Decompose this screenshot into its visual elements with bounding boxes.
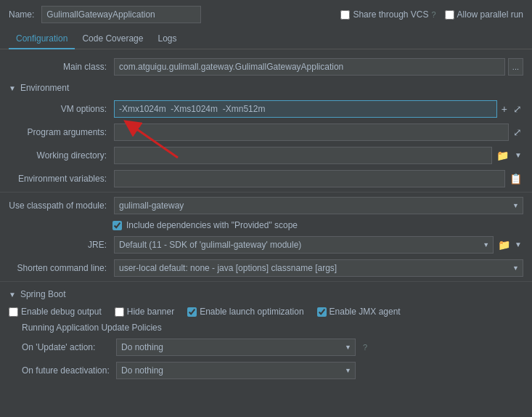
spring-boot-section: ▼ Spring Boot Enable debug output Hide b… bbox=[0, 283, 532, 384]
main-class-input[interactable] bbox=[114, 58, 505, 76]
vm-options-row: VM options: + ⤢ bbox=[0, 97, 532, 121]
environment-collapse-arrow: ▼ bbox=[9, 84, 16, 92]
jre-control: Default (11 - SDK of 'gulimall-gateway' … bbox=[114, 236, 523, 254]
spring-options-row: Enable debug output Hide banner Enable l… bbox=[0, 304, 532, 320]
hide-banner-checkbox[interactable] bbox=[115, 307, 124, 317]
main-class-browse-button[interactable]: ... bbox=[508, 58, 523, 76]
jre-chevron-button[interactable]: ▼ bbox=[513, 240, 523, 250]
classpath-row: Use classpath of module: gulimall-gatewa… bbox=[0, 194, 532, 217]
enable-debug-checkbox[interactable] bbox=[9, 307, 18, 317]
enable-debug-label[interactable]: Enable debug output bbox=[9, 307, 102, 317]
tab-configuration[interactable]: Configuration bbox=[9, 29, 75, 49]
vm-options-control: + ⤢ bbox=[114, 100, 523, 118]
include-deps-label: Include dependencies with "Provided" sco… bbox=[126, 220, 298, 230]
spring-boot-label: Spring Boot bbox=[20, 289, 66, 299]
run-configuration-dialog: Name: Share through VCS ? Allow parallel… bbox=[0, 0, 532, 417]
vm-options-fullscreen-button[interactable]: ⤢ bbox=[512, 104, 523, 114]
program-args-label: Program arguments: bbox=[9, 127, 114, 137]
on-update-label: On 'Update' action: bbox=[22, 342, 109, 352]
program-args-expand-button[interactable]: ⤢ bbox=[512, 127, 523, 137]
tabs-bar: Configuration Code Coverage Logs bbox=[0, 29, 532, 49]
on-frame-select-wrapper: Do nothing Update classes and resources bbox=[116, 362, 356, 379]
allow-parallel-checkbox[interactable] bbox=[445, 10, 454, 20]
shorten-select[interactable]: user-local default: none - java [options… bbox=[114, 259, 523, 277]
policies-heading: Running Application Update Policies bbox=[0, 320, 532, 336]
env-vars-row: Environment variables: 📋 bbox=[0, 167, 532, 190]
name-input[interactable] bbox=[41, 6, 201, 23]
jre-buttons: 📁 ▼ bbox=[496, 240, 523, 250]
enable-jmx-checkbox[interactable] bbox=[317, 307, 327, 317]
working-dir-label: Working directory: bbox=[9, 150, 114, 161]
environment-section-header[interactable]: ▼ Environment bbox=[0, 78, 532, 97]
enable-jmx-label[interactable]: Enable JMX agent bbox=[317, 307, 401, 317]
on-frame-select[interactable]: Do nothing Update classes and resources bbox=[116, 362, 356, 379]
program-args-input[interactable] bbox=[114, 124, 509, 141]
shorten-select-wrapper: user-local default: none - java [options… bbox=[114, 259, 523, 277]
hide-banner-label[interactable]: Hide banner bbox=[115, 307, 174, 317]
working-dir-input[interactable] bbox=[114, 147, 492, 164]
include-deps-checkbox[interactable] bbox=[112, 221, 122, 230]
allow-parallel-label[interactable]: Allow parallel run bbox=[445, 9, 523, 20]
share-vcs-label[interactable]: Share through VCS ? bbox=[340, 9, 435, 20]
classpath-select[interactable]: gulimall-gateway bbox=[114, 197, 523, 214]
vm-options-label: VM options: bbox=[9, 104, 114, 114]
jre-label: JRE: bbox=[9, 240, 114, 250]
on-update-row: On 'Update' action: Do nothing Update cl… bbox=[0, 336, 532, 359]
share-help-icon[interactable]: ? bbox=[431, 10, 435, 19]
on-update-select-wrapper: Do nothing Update classes and resources … bbox=[116, 339, 356, 356]
vm-options-wrapper: VM options: + ⤢ bbox=[0, 97, 532, 121]
spring-boot-collapse-arrow: ▼ bbox=[9, 291, 16, 299]
vm-options-input[interactable] bbox=[114, 100, 497, 118]
classpath-select-wrapper: gulimall-gateway bbox=[114, 197, 523, 214]
spring-boot-section-header[interactable]: ▼ Spring Boot bbox=[0, 285, 532, 304]
environment-label: Environment bbox=[20, 83, 69, 93]
tab-code-coverage[interactable]: Code Coverage bbox=[75, 29, 150, 49]
working-dir-folder-button[interactable]: 📁 bbox=[495, 150, 510, 161]
working-dir-control: 📁 ▼ bbox=[114, 147, 523, 164]
jre-folder-button[interactable]: 📁 bbox=[496, 240, 512, 250]
content-area: Main class: ... ▼ Environment VM options… bbox=[0, 49, 532, 417]
env-vars-clipboard-button[interactable]: 📋 bbox=[508, 174, 523, 184]
name-label: Name: bbox=[9, 9, 34, 20]
include-deps-row: Include dependencies with "Provided" sco… bbox=[0, 217, 532, 233]
on-frame-label: On future deactivation: bbox=[22, 365, 109, 376]
main-class-row: Main class: ... bbox=[0, 55, 532, 78]
tab-logs[interactable]: Logs bbox=[150, 29, 184, 49]
working-dir-chevron-button[interactable]: ▼ bbox=[513, 152, 523, 159]
divider-1 bbox=[0, 192, 532, 193]
program-args-control: ⤢ bbox=[114, 124, 523, 141]
working-dir-row: Working directory: 📁 ▼ bbox=[0, 144, 532, 167]
on-frame-row: On future deactivation: Do nothing Updat… bbox=[0, 359, 532, 382]
header-row: Name: Share through VCS ? Allow parallel… bbox=[0, 0, 532, 29]
jre-select[interactable]: Default (11 - SDK of 'gulimall-gateway' … bbox=[114, 236, 494, 254]
classpath-label: Use classpath of module: bbox=[9, 201, 114, 211]
share-vcs-checkbox[interactable] bbox=[340, 10, 350, 20]
main-class-control: ... bbox=[114, 58, 523, 76]
vm-options-expand-button[interactable]: + bbox=[500, 104, 509, 114]
jre-row: JRE: Default (11 - SDK of 'gulimall-gate… bbox=[0, 233, 532, 256]
shorten-label: Shorten command line: bbox=[9, 263, 114, 273]
enable-launch-checkbox[interactable] bbox=[187, 307, 197, 317]
program-args-row: Program arguments: ⤢ bbox=[0, 121, 532, 144]
jre-select-wrapper: Default (11 - SDK of 'gulimall-gateway' … bbox=[114, 236, 494, 254]
env-vars-label: Environment variables: bbox=[9, 174, 114, 184]
env-vars-input[interactable] bbox=[114, 170, 505, 187]
header-right: Share through VCS ? Allow parallel run bbox=[340, 9, 523, 20]
divider-2 bbox=[0, 281, 532, 282]
enable-launch-label[interactable]: Enable launch optimization bbox=[187, 307, 303, 317]
on-update-help-icon[interactable]: ? bbox=[363, 343, 367, 352]
on-update-select[interactable]: Do nothing Update classes and resources … bbox=[116, 339, 356, 356]
classpath-control: gulimall-gateway bbox=[114, 197, 523, 214]
shorten-control: user-local default: none - java [options… bbox=[114, 259, 523, 277]
shorten-row: Shorten command line: user-local default… bbox=[0, 256, 532, 280]
main-class-label: Main class: bbox=[9, 62, 114, 72]
env-vars-control: 📋 bbox=[114, 170, 523, 187]
